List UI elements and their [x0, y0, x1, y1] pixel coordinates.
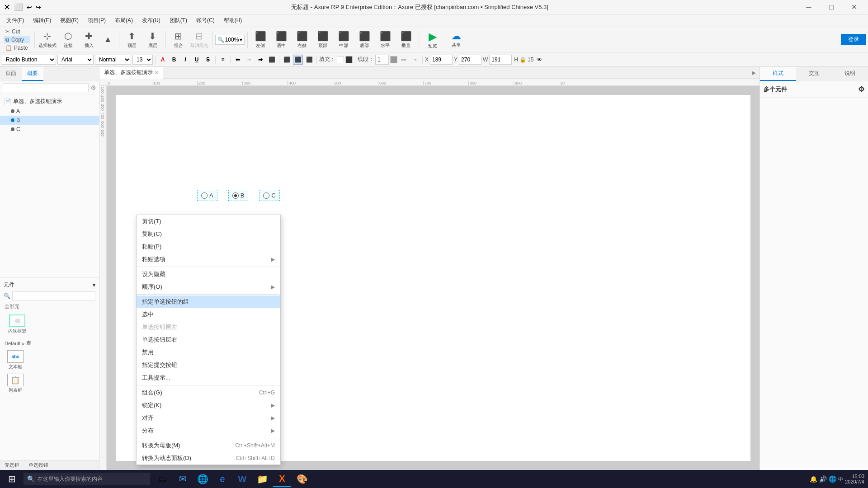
preview-button[interactable]: ▶ 预览 — [422, 30, 443, 49]
font-style-select[interactable]: Normal — [95, 55, 131, 65]
copy-button[interactable]: ⧉ Copy — [4, 36, 30, 43]
align-top-text-button[interactable]: ⬛ — [282, 55, 292, 65]
share-button[interactable]: ☁ 共享 — [445, 30, 467, 49]
ctx-group[interactable]: 组合(G) Ctrl+G — [137, 386, 280, 399]
menu-edit[interactable]: 编辑(E) — [28, 14, 56, 27]
taskbar-chrome[interactable]: 🌐 — [193, 471, 212, 487]
align-bottom-button[interactable]: ⬛ 底部 — [354, 28, 374, 51]
interact-tab[interactable]: 交互 — [796, 67, 832, 81]
ctx-assign-group[interactable]: 指定单选按钮的组 — [137, 296, 280, 308]
ctx-hide[interactable]: 设为隐藏 — [137, 268, 280, 281]
menu-account[interactable]: 账号(C) — [192, 14, 219, 27]
menu-project[interactable]: 项目(P) — [83, 14, 110, 27]
notification-icon[interactable]: 🔔 — [810, 475, 817, 483]
ctx-to-master[interactable]: 转换为母版(M) Ctrl+Shift+Alt+M — [137, 439, 280, 452]
italic-button[interactable]: I — [180, 55, 190, 65]
align-text-justify-button[interactable]: ⬛ — [267, 55, 277, 65]
menu-layout[interactable]: 布局(A) — [110, 14, 137, 27]
y-input[interactable] — [459, 55, 481, 65]
network-icon[interactable]: 🌐 — [829, 475, 836, 483]
menu-view[interactable]: 视图(R) — [56, 14, 83, 27]
taskbar-taskview[interactable]: 🗂 — [154, 471, 172, 487]
redo-icon[interactable]: ↪ — [36, 4, 41, 11]
align-top-button[interactable]: ⬛ 顶部 — [313, 28, 333, 51]
font-color-button[interactable]: A — [158, 55, 168, 65]
component-search-input[interactable] — [12, 291, 95, 300]
ctx-assign-submit[interactable]: 指定提交按钮 — [137, 359, 280, 371]
stroke-end-button[interactable]: → — [410, 55, 420, 65]
taskbar-ie[interactable]: e — [213, 471, 231, 487]
align-text-right-button[interactable]: ➡ — [255, 55, 265, 65]
menu-help[interactable]: 帮助(H) — [219, 14, 247, 27]
components-toggle-icon[interactable]: ▾ — [93, 282, 95, 288]
checkbox-tab[interactable]: 复选框 — [0, 460, 24, 470]
filter-icon[interactable]: ⚙ — [90, 84, 96, 91]
taskbar-mail[interactable]: ✉ — [174, 471, 192, 487]
radio-tab[interactable]: 单选按钮 — [24, 460, 53, 470]
ctx-cut[interactable]: 剪切(T) — [137, 215, 280, 228]
bottom-layer-button[interactable]: ⬇ 底层 — [143, 28, 163, 51]
style-tab[interactable]: 样式 — [760, 67, 796, 81]
ctx-lock[interactable]: 锁定(K) ▶ — [137, 399, 280, 412]
align-text-center-button[interactable]: ↔ — [244, 55, 254, 65]
radio-item-a[interactable]: A — [197, 190, 217, 201]
right-panel-gear-icon[interactable]: ⚙ — [858, 85, 864, 94]
taskbar-search-bar[interactable]: 🔍 在这里输入你要搜索的内容 — [24, 473, 150, 485]
menu-team[interactable]: 团队(T) — [165, 14, 192, 27]
x-input[interactable] — [430, 55, 453, 65]
stroke-width-input[interactable]: 1 — [375, 55, 389, 65]
taskbar-word[interactable]: W — [233, 471, 251, 487]
login-button[interactable]: 登录 — [841, 34, 866, 45]
font-name-select[interactable]: Arial — [57, 55, 94, 65]
page-tab[interactable]: 页面 — [0, 67, 22, 81]
underline-button[interactable]: U — [192, 55, 202, 65]
align-bottom-text-button[interactable]: ⬛ — [304, 55, 314, 65]
select-mode-button[interactable]: ⊹ 选择模式 — [38, 28, 57, 51]
ctx-distribute[interactable]: 分布 ▶ — [137, 424, 280, 437]
ctx-disable[interactable]: 禁用 — [137, 346, 280, 359]
start-button[interactable]: ⊞ — [2, 471, 22, 487]
top-layer-button[interactable]: ⬆ 顶层 — [122, 28, 142, 51]
menu-file[interactable]: 文件(F) — [2, 14, 28, 27]
align-center-button[interactable]: ⬛ 居中 — [271, 28, 291, 51]
radio-item-b[interactable]: B — [228, 190, 249, 201]
close-icon-tb[interactable]: ⬜ — [14, 3, 23, 11]
page-item-b[interactable]: B — [0, 116, 99, 125]
volume-icon[interactable]: 🔊 — [819, 475, 827, 483]
align-text-left-button[interactable]: ⬅ — [233, 55, 243, 65]
taskbar-app-unknown[interactable]: 🎨 — [293, 471, 311, 487]
close-button[interactable]: ✕ — [844, 0, 864, 14]
paste-button[interactable]: 📋 Paste — [4, 44, 30, 52]
ctx-align[interactable]: 对齐 ▶ — [137, 412, 280, 424]
ctx-to-dynamic[interactable]: 转换为动态面板(D) Ctrl+Shift+Alt+D — [137, 452, 280, 465]
align-middle-button[interactable]: ⬛ 中部 — [334, 28, 354, 51]
align-middle-text-button[interactable]: ⬛ — [293, 55, 303, 65]
strikethrough-button[interactable]: S̶ — [203, 55, 213, 65]
ungroup-button[interactable]: ⊟ 取消组合 — [189, 28, 209, 51]
fill-color-swatch[interactable] — [337, 56, 344, 63]
distribute-v-button[interactable]: ⬛ 垂直 — [396, 28, 416, 51]
component-type-select[interactable]: Radio Button — [2, 55, 56, 65]
textbox-comp[interactable]: abc 文本框 — [2, 348, 29, 372]
ctx-order[interactable]: 顺序(O) ▶ — [137, 281, 280, 293]
insert-button[interactable]: ✚ 插入 — [79, 28, 99, 51]
list-button[interactable]: ≡ — [218, 55, 228, 65]
fill-color-swatch2[interactable] — [345, 56, 353, 63]
internal-frame-comp[interactable]: ⬜ 内联框架 — [4, 313, 31, 336]
ctx-paste-options[interactable]: 粘贴选项 ▶ — [137, 253, 280, 266]
align-right-button[interactable]: ⬛ 右侧 — [292, 28, 312, 51]
align-left-button[interactable]: ⬛ 左侧 — [250, 28, 270, 51]
distribute-h-button[interactable]: ⬛ 水平 — [375, 28, 395, 51]
ctx-copy[interactable]: 复制(C) — [137, 228, 280, 240]
input-method-icon[interactable]: 中 — [838, 476, 843, 483]
ctx-tooltip[interactable]: 工具提示... — [137, 371, 280, 384]
overview-tab[interactable]: 概要 — [22, 67, 43, 81]
table-comp[interactable]: 📋 列表框 — [2, 372, 29, 395]
menu-publish[interactable]: 发布(U) — [137, 14, 165, 27]
maximize-button[interactable]: □ — [821, 0, 842, 14]
taskbar-axure[interactable]: X — [273, 471, 291, 487]
bold-button[interactable]: B — [169, 55, 179, 65]
page-item-a[interactable]: A — [0, 107, 99, 116]
stroke-color-swatch[interactable] — [390, 56, 397, 63]
minimize-button[interactable]: ─ — [798, 0, 819, 14]
